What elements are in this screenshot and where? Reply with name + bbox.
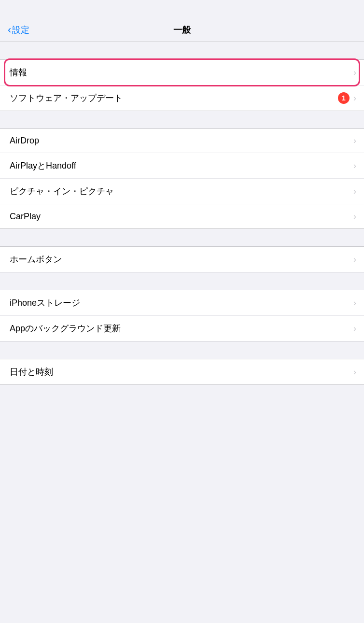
background-refresh-label: Appのバックグラウンド更新 (10, 323, 121, 334)
settings-row-iphone-storage[interactable]: iPhoneストレージ › (0, 290, 364, 316)
background-refresh-right: › (353, 324, 356, 334)
settings-group-2: AirDrop › AirPlayとHandoff › ピクチャ・イン・ピクチャ… (0, 128, 364, 229)
software-update-right: 1 › (338, 92, 356, 104)
airdrop-chevron-icon: › (353, 136, 356, 146)
software-update-label: ソフトウェア・アップデート (10, 92, 123, 104)
date-time-label: 日付と時刻 (10, 366, 53, 378)
settings-row-date-time[interactable]: 日付と時刻 › (0, 359, 364, 384)
airdrop-right: › (353, 136, 356, 146)
airplay-handoff-chevron-icon: › (353, 161, 356, 171)
pip-label: ピクチャ・イン・ピクチャ (10, 185, 114, 197)
home-button-label: ホームボタン (10, 254, 62, 265)
carplay-chevron-icon: › (353, 212, 356, 222)
section-gap-4 (0, 272, 364, 290)
settings-group-4: iPhoneストレージ › Appのバックグラウンド更新 › (0, 290, 364, 341)
update-badge: 1 (338, 92, 350, 104)
settings-row-airdrop[interactable]: AirDrop › (0, 129, 364, 153)
section-gap-top (0, 42, 364, 59)
pip-right: › (353, 186, 356, 197)
settings-group-5: 日付と時刻 › (0, 359, 364, 385)
back-chevron-icon: ‹ (8, 24, 11, 36)
section-gap-3 (0, 229, 364, 246)
info-label: 情報 (10, 67, 27, 78)
settings-row-info[interactable]: 情報 › (0, 60, 364, 85)
carplay-label: CarPlay (10, 212, 41, 222)
pip-chevron-icon: › (353, 186, 356, 197)
info-chevron-icon: › (353, 68, 356, 78)
settings-row-airplay-handoff[interactable]: AirPlayとHandoff › (0, 153, 364, 179)
settings-row-carplay[interactable]: CarPlay › (0, 204, 364, 228)
settings-row-software-update[interactable]: ソフトウェア・アップデート 1 › (0, 85, 364, 111)
carplay-right: › (353, 212, 356, 222)
date-time-chevron-icon: › (353, 367, 356, 377)
airplay-handoff-label: AirPlayとHandoff (10, 160, 76, 171)
background-refresh-chevron-icon: › (353, 324, 356, 334)
section-gap-5 (0, 341, 364, 359)
iphone-storage-right: › (353, 298, 356, 308)
settings-row-background-refresh[interactable]: Appのバックグラウンド更新 › (0, 316, 364, 341)
airdrop-label: AirDrop (10, 136, 39, 146)
highlight-border (4, 58, 360, 86)
settings-group-3: ホームボタン › (0, 246, 364, 272)
software-update-chevron-icon: › (353, 93, 356, 103)
navigation-bar: ‹ 設定 一般 (0, 0, 364, 42)
date-time-right: › (353, 367, 356, 377)
home-button-right: › (353, 255, 356, 265)
iphone-storage-chevron-icon: › (353, 298, 356, 308)
airplay-handoff-right: › (353, 161, 356, 171)
settings-row-pip[interactable]: ピクチャ・イン・ピクチャ › (0, 179, 364, 204)
section-gap-2 (0, 111, 364, 128)
settings-row-home-button[interactable]: ホームボタン › (0, 247, 364, 272)
page-title: 一般 (173, 24, 191, 36)
home-button-chevron-icon: › (353, 255, 356, 265)
back-label: 設定 (12, 24, 29, 36)
back-button[interactable]: ‹ 設定 (8, 24, 29, 36)
iphone-storage-label: iPhoneストレージ (10, 297, 80, 309)
info-right: › (353, 68, 356, 78)
settings-group-1: 情報 › ソフトウェア・アップデート 1 › (0, 59, 364, 111)
